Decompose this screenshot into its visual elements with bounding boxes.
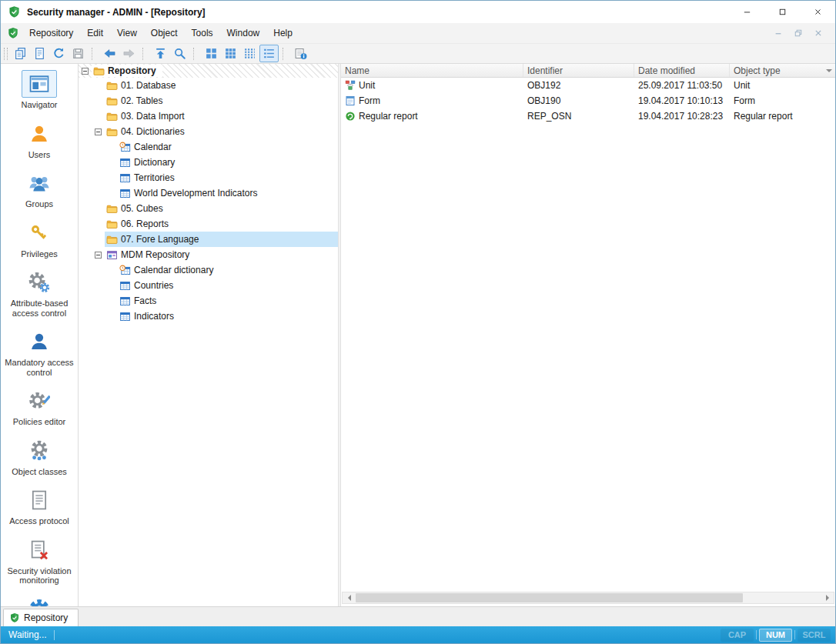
tree-item-06-reports[interactable]: 06. Reports <box>79 216 338 232</box>
minimize-button[interactable] <box>729 1 764 23</box>
gear-blue-icon <box>28 599 50 607</box>
save-button[interactable] <box>69 45 88 62</box>
sidebar-item-service[interactable]: Service <box>2 596 76 607</box>
tree-item-indicators[interactable]: Indicators <box>79 309 338 324</box>
close-button[interactable] <box>800 1 835 23</box>
tree-item-label: Dictionary <box>134 157 175 168</box>
table-icon <box>119 311 131 322</box>
mdi-close-button[interactable] <box>814 28 823 38</box>
minus-box-icon <box>95 128 102 135</box>
tree-item-01-database[interactable]: 01. Database <box>79 78 338 93</box>
sidebar-item-security-violation-monitoring[interactable]: Security violation monitoring <box>2 536 76 586</box>
gear-pencil-icon <box>28 390 50 412</box>
collapse-toggle[interactable] <box>82 68 92 75</box>
tree-item-label: Territories <box>134 172 175 183</box>
key-icon <box>28 222 50 244</box>
menu-items: RepositoryEditViewObjectToolsWindowHelp <box>22 23 299 43</box>
mdi-minimize-button[interactable] <box>774 28 783 38</box>
up-one-level-button[interactable] <box>151 45 170 62</box>
scroll-track[interactable] <box>355 592 821 603</box>
sidebar-item-mandatory-access-control[interactable]: Mandatory access control <box>2 328 76 377</box>
horizontal-scrollbar[interactable] <box>342 592 834 604</box>
menu-item-repository[interactable]: Repository <box>22 23 80 43</box>
sidebar-item-privileges[interactable]: Privileges <box>2 219 76 259</box>
sidebar-item-object-classes[interactable]: Object classes <box>2 437 76 477</box>
tree-item-dictionary[interactable]: Dictionary <box>79 155 338 170</box>
tree-item-territories[interactable]: Territories <box>79 170 338 185</box>
tree-item-calendar[interactable]: Calendar <box>79 139 338 155</box>
tab-shield-icon <box>9 612 20 623</box>
sidebar-item-access-protocol[interactable]: Access protocol <box>2 486 76 526</box>
forward-button[interactable] <box>119 45 139 62</box>
collapse-toggle[interactable] <box>95 128 105 135</box>
tree-item-calendar-dictionary[interactable]: Calendar dictionary <box>79 262 338 278</box>
sidebar-item-policies-editor[interactable]: Policies editor <box>2 387 76 427</box>
list-header: NameIdentifierDate modifiedObject type <box>341 64 835 78</box>
tree-item-04-dictionaries[interactable]: 04. Dictionaries <box>79 124 338 139</box>
list-row-form[interactable]: FormOBJ19019.04.2017 10:10:13Form <box>341 93 835 108</box>
folder-icon <box>106 234 118 245</box>
copy-button[interactable] <box>11 45 30 62</box>
sidebar-item-users[interactable]: Users <box>2 120 76 160</box>
sidebar-item-groups[interactable]: Groups <box>2 169 76 209</box>
menu-item-edit[interactable]: Edit <box>80 23 110 43</box>
groups-icon <box>28 172 50 194</box>
object-name: Form <box>359 95 380 106</box>
column-header-object-type[interactable]: Object type <box>730 64 835 77</box>
view-small-icons-button[interactable] <box>240 45 259 62</box>
mdi-restore-button[interactable] <box>794 28 803 38</box>
tree-item-label: 04. Dictionaries <box>121 126 185 137</box>
view-large-icons-button[interactable] <box>202 45 221 62</box>
menu-item-tools[interactable]: Tools <box>185 23 220 43</box>
menu-item-help[interactable]: Help <box>266 23 299 43</box>
cell-identifier: OBJ192 <box>523 80 634 91</box>
table-icon <box>119 172 131 184</box>
tree-item-mdm-repository[interactable]: MDM Repository <box>79 247 338 262</box>
back-button[interactable] <box>100 45 119 62</box>
scroll-thumb[interactable] <box>356 593 743 602</box>
new-document-button[interactable] <box>30 45 49 62</box>
tree-item-05-cubes[interactable]: 05. Cubes <box>79 201 338 216</box>
scroll-right-button[interactable] <box>821 592 834 603</box>
tree-item-repository[interactable]: Repository <box>79 64 338 78</box>
menu-item-object[interactable]: Object <box>144 23 185 43</box>
back-icon <box>103 47 116 60</box>
tree-item-content: Repository <box>92 65 162 77</box>
tree-item-03-data-import[interactable]: 03. Data Import <box>79 108 338 124</box>
object-properties-button[interactable] <box>291 45 310 62</box>
column-header-date-modified[interactable]: Date modified <box>634 64 730 77</box>
status-bar: Waiting... CAPNUMSCRL <box>1 626 835 643</box>
tree-item-label: Indicators <box>134 311 174 322</box>
scroll-left-arrow-icon <box>345 595 351 601</box>
menu-item-view[interactable]: View <box>110 23 144 43</box>
search-button[interactable] <box>170 45 189 62</box>
tree-item-facts[interactable]: Facts <box>79 293 338 309</box>
refresh-button[interactable] <box>49 45 69 62</box>
cell-identifier: OBJ190 <box>523 95 634 106</box>
column-chooser-arrow-icon[interactable] <box>826 69 832 75</box>
view-details-button[interactable] <box>259 45 279 62</box>
tree-item-label: 02. Tables <box>121 95 163 106</box>
tree-item-world-development-indicators[interactable]: World Development Indicators <box>79 185 338 201</box>
scroll-left-button[interactable] <box>343 592 355 603</box>
list-row-regular-report[interactable]: Regular reportREP_OSN19.04.2017 10:28:23… <box>341 108 835 124</box>
sidebar-item-attribute-based-access-control[interactable]: Attribute-based access control <box>2 269 76 318</box>
tree-item-content: MDM Repository <box>105 247 338 262</box>
column-header-identifier[interactable]: Identifier <box>523 64 634 77</box>
view-medium-icons-button[interactable] <box>221 45 240 62</box>
column-header-name[interactable]: Name <box>341 64 523 77</box>
tree-item-07-fore-language[interactable]: 07. Fore Language <box>79 232 338 247</box>
list-row-unit[interactable]: UnitOBJ19225.09.2017 11:03:50Unit <box>341 78 835 93</box>
sidebar-item-iconbox <box>22 70 57 98</box>
save-icon <box>72 47 85 60</box>
sidebar-item-navigator[interactable]: Navigator <box>2 70 76 110</box>
folder-icon <box>106 203 118 215</box>
tab-repository[interactable]: Repository <box>3 609 79 626</box>
tree-item-02-tables[interactable]: 02. Tables <box>79 93 338 108</box>
maximize-button[interactable] <box>764 1 800 23</box>
menu-item-window[interactable]: Window <box>220 23 267 43</box>
tree-item-label: Calendar dictionary <box>134 265 213 275</box>
minimize-icon <box>742 7 752 17</box>
tree-item-countries[interactable]: Countries <box>79 278 338 293</box>
collapse-toggle[interactable] <box>95 252 105 259</box>
